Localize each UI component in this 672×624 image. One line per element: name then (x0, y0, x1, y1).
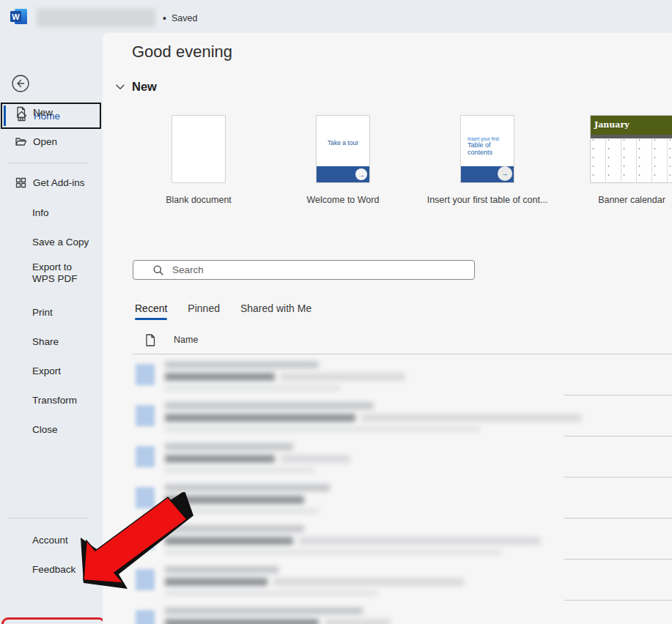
blurred-path (165, 607, 363, 614)
sidebar-item-close[interactable]: Close (0, 419, 103, 439)
calendar-grid (591, 138, 672, 182)
search-input[interactable] (172, 264, 474, 275)
open-folder-icon (15, 135, 27, 148)
blurred-filename (165, 373, 275, 381)
list-header: Name (103, 332, 672, 354)
template-blank-document[interactable]: Blank document (129, 115, 268, 205)
word-file-icon (136, 569, 155, 590)
sidebar-item-get-addins[interactable]: Get Add-ins (0, 172, 103, 193)
sidebar-item-label: Open (33, 136, 57, 147)
file-list-tabs: Recent Pinned Shared with Me (135, 302, 311, 320)
blurred-detail (165, 385, 341, 391)
status-bullet: • (163, 12, 166, 24)
sidebar-item-export-wps-pdf[interactable]: Export to WPS PDF (0, 261, 81, 288)
sidebar-item-share[interactable]: Share (0, 331, 103, 352)
calendar-thumbnail: January YEAR (590, 115, 672, 183)
arrow-circle-icon: → (355, 168, 367, 180)
tab-recent[interactable]: Recent (135, 302, 167, 320)
blurred-filename (165, 455, 275, 463)
sidebar-item-account[interactable]: Account (0, 530, 103, 550)
blurred-filename-tail (325, 619, 391, 624)
template-banner-calendar[interactable]: January YEAR Banner calendar (562, 115, 672, 205)
blurred-detail (165, 508, 319, 514)
sidebar-item-options[interactable]: Options (1, 617, 106, 624)
tab-pinned[interactable]: Pinned (188, 302, 220, 320)
list-item[interactable] (103, 519, 672, 560)
back-button[interactable] (12, 75, 29, 92)
blurred-path (165, 402, 374, 409)
blank-document-thumbnail (171, 115, 226, 183)
word-file-icon (136, 364, 155, 385)
list-item[interactable] (103, 395, 672, 437)
blurred-detail (165, 426, 480, 432)
sidebar-item-label: New (33, 107, 53, 118)
blurred-path (165, 361, 319, 368)
greeting-heading: Good evening (132, 42, 232, 62)
sidebar-item-feedback[interactable]: Feedback (0, 559, 103, 579)
blurred-path (165, 484, 330, 491)
word-file-icon (136, 487, 155, 508)
toc-thumbnail: Insert your first Table of contents → (460, 115, 514, 183)
titlebar: W • Saved (0, 0, 672, 33)
sidebar-item-new[interactable]: New (0, 102, 103, 122)
new-document-icon (15, 106, 27, 119)
document-title-blurred (37, 9, 155, 27)
list-item[interactable] (103, 478, 672, 519)
blurred-filename (165, 619, 319, 624)
sidebar-item-save-a-copy[interactable]: Save a Copy (0, 231, 103, 252)
blurred-filename-tail (361, 414, 581, 422)
sidebar-item-print[interactable]: Print (0, 302, 103, 322)
word-file-icon (136, 446, 155, 467)
save-status: • Saved (163, 12, 197, 24)
backstage-sidebar: Home New Open Get Add-ins Info Save a Co… (0, 33, 103, 624)
list-item[interactable] (103, 354, 672, 395)
blurred-detail (165, 549, 502, 555)
blurred-path (165, 566, 278, 573)
addins-grid-icon (15, 177, 27, 189)
blurred-filename-tail (281, 455, 350, 463)
new-section-label: New (132, 80, 157, 94)
sidebar-item-label: Get Add-ins (33, 177, 85, 188)
saved-label: Saved (171, 13, 197, 23)
search-icon (152, 264, 164, 276)
template-table-of-contents[interactable]: Insert your first Table of contents → In… (418, 115, 557, 205)
list-item[interactable] (103, 601, 672, 624)
blurred-path (165, 443, 293, 450)
blurred-filename-tail (281, 373, 405, 381)
tab-shared-with-me[interactable]: Shared with Me (240, 302, 311, 320)
recent-list (103, 354, 672, 624)
word-file-icon (136, 528, 155, 549)
blurred-path (165, 525, 304, 532)
sidebar-item-transform[interactable]: Transform (0, 390, 103, 410)
name-column-header: Name (174, 335, 198, 345)
blurred-filename-tail (299, 537, 541, 545)
word-file-icon (136, 405, 155, 426)
document-icon (145, 334, 155, 346)
blurred-detail (165, 467, 315, 473)
insert-doc-icon: → (498, 166, 512, 181)
blurred-filename (165, 537, 293, 545)
blurred-filename (165, 578, 267, 586)
welcome-thumbnail: Take a tour → (316, 115, 370, 183)
word-logo-icon: W (10, 8, 29, 26)
sidebar-item-open[interactable]: Open (0, 131, 103, 152)
list-item[interactable] (103, 437, 672, 478)
blurred-filename (165, 414, 355, 422)
word-file-icon (136, 610, 155, 624)
sidebar-divider (9, 163, 88, 163)
blurred-filename (165, 496, 304, 504)
new-section-toggle[interactable]: New (116, 80, 157, 94)
sidebar-item-info[interactable]: Info (0, 202, 103, 223)
sidebar-item-export[interactable]: Export (0, 360, 103, 381)
home-panel: Good evening New Blank document Take a t… (103, 33, 672, 624)
blurred-filename-tail (273, 578, 464, 586)
blurred-detail (165, 590, 377, 596)
svg-text:W: W (12, 12, 20, 21)
search-box[interactable] (133, 260, 475, 280)
chevron-down-icon (116, 84, 125, 90)
template-welcome-to-word[interactable]: Take a tour → Welcome to Word (273, 115, 413, 205)
sidebar-divider (9, 518, 88, 519)
list-item[interactable] (103, 560, 672, 601)
